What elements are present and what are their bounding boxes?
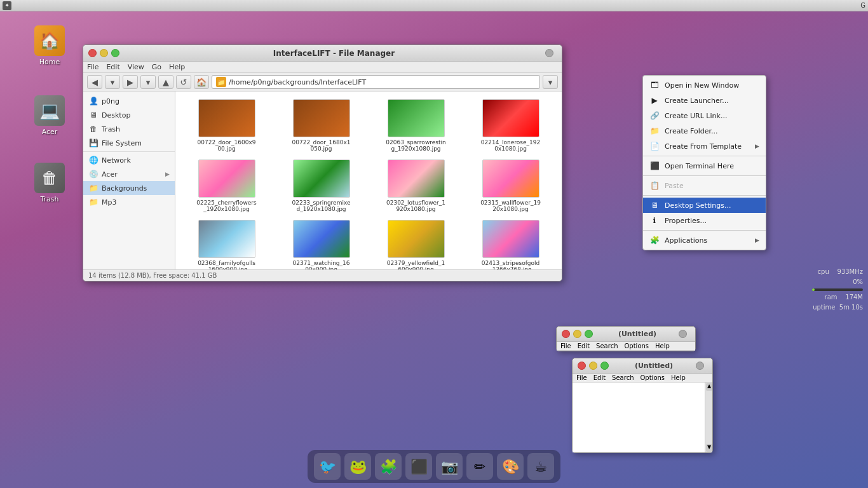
ctx-item-desktop-settings[interactable]: 🖥Desktop Settings... (643, 198, 766, 213)
forward-button[interactable]: ▶ (123, 75, 138, 89)
dropdown2-button[interactable]: ▾ (140, 75, 156, 89)
te1-min-button[interactable] (573, 330, 581, 338)
taskbar-icon-coffee[interactable]: ☕ (527, 453, 554, 480)
sidebar-item-backgrounds[interactable]: 📁 Backgrounds (83, 181, 175, 195)
te1-extra-button[interactable] (679, 330, 687, 338)
taskbar-icon-editor[interactable]: ✏️ (466, 453, 493, 480)
te1-menu-search[interactable]: Search (596, 342, 618, 349)
dropdown-button[interactable]: ▾ (105, 75, 120, 89)
minimize-button[interactable] (100, 49, 108, 57)
sidebar-item-filesystem[interactable]: 💾 File System (83, 136, 175, 150)
te1-max-button[interactable] (585, 330, 593, 338)
ctx-icon-open-terminal: ⬛ (649, 161, 660, 171)
extra-button[interactable] (545, 49, 553, 57)
ctx-item-open-terminal[interactable]: ⬛Open Terminal Here (643, 158, 766, 173)
sidebar-item-network[interactable]: 🌐 Network (83, 153, 175, 167)
file-name: 02214_lonerose_1920x1080.jpg (480, 139, 541, 152)
taskbar-icon-frog[interactable]: 🐸 (344, 453, 371, 480)
te1-menu-help[interactable]: Help (655, 342, 670, 349)
ctx-icon-create-url-link: 🔗 (649, 111, 660, 121)
maximize-button[interactable] (111, 49, 119, 57)
file-item[interactable]: 02233_springremixed_1920x1080.jpg (275, 157, 367, 215)
file-name: 02371_watching_1600x900.jpg (291, 260, 351, 269)
desktop-icon-home[interactable]: 🏠 Home (24, 25, 75, 66)
context-menu-divider (643, 156, 766, 156)
te1-menu-options[interactable]: Options (624, 342, 649, 349)
address-bar[interactable]: 📁 /home/p0ng/backgrounds/InterfaceLIFT (212, 75, 540, 89)
ctx-item-create-launcher[interactable]: ▶Create Launcher... (643, 93, 766, 108)
ctx-item-create-url-link[interactable]: 🔗Create URL Link... (643, 108, 766, 123)
sidebar-item-desktop[interactable]: 🖥 Desktop (83, 108, 175, 122)
file-item[interactable]: 02379_yellowfield_1600x900.jpg (370, 217, 462, 269)
te2-scrollbar[interactable]: ▲ ▼ (705, 383, 712, 452)
te2-extra-button[interactable] (696, 362, 704, 370)
file-item[interactable]: 00722_door_1600x900.jpg (180, 97, 273, 154)
te2-menu-edit[interactable]: Edit (593, 374, 606, 381)
file-item[interactable]: 00722_door_1680x1050.jpg (275, 97, 367, 154)
file-item[interactable]: 02302_lotusflower_1920x1080.jpg (370, 157, 462, 215)
menu-file[interactable]: File (87, 63, 98, 71)
home-nav-button[interactable]: 🏠 (194, 75, 209, 89)
te1-close-button[interactable] (562, 330, 570, 338)
ctx-item-properties[interactable]: ℹProperties... (643, 213, 766, 228)
top-bar-right: G (860, 2, 865, 9)
ctx-label-applications: Applications (665, 236, 707, 245)
close-button[interactable] (88, 49, 97, 57)
file-thumbnail (388, 159, 445, 198)
file-name: 02315_wallflower_1920x1080.jpg (480, 200, 541, 212)
file-item[interactable]: 02063_sparrowresting_1920x1080.jpg (370, 97, 462, 154)
desktop-icon-trash[interactable]: 🗑 Trash (24, 163, 75, 203)
sidebar-item-trash[interactable]: 🗑 Trash (83, 122, 175, 136)
file-item[interactable]: 02371_watching_1600x900.jpg (275, 217, 367, 269)
taskbar-icon-apps[interactable]: 🧩 (375, 453, 402, 480)
text-editor-1-titlebar: (Untitled) (557, 327, 695, 342)
te2-menu-help[interactable]: Help (671, 374, 686, 381)
file-thumbnail (198, 220, 255, 258)
sidebar-item-acer[interactable]: 💿 Acer ▶ (83, 167, 175, 181)
file-name: 00722_door_1680x1050.jpg (291, 139, 351, 152)
menu-edit[interactable]: Edit (106, 63, 119, 71)
file-item[interactable]: 02214_lonerose_1920x1080.jpg (465, 97, 557, 154)
desktop-icon2: 🖥 (88, 110, 98, 120)
context-menu: 🗔Open in New Window▶Create Launcher...🔗C… (642, 75, 766, 250)
ctx-icon-open-new-window: 🗔 (649, 80, 660, 90)
te1-menu-edit[interactable]: Edit (578, 342, 590, 349)
te2-text-area[interactable] (573, 383, 705, 452)
taskbar-icon-terminal[interactable]: ⬛ (405, 453, 432, 480)
te2-menu-search[interactable]: Search (612, 374, 634, 381)
te2-max-button[interactable] (600, 362, 609, 370)
menu-help[interactable]: Help (169, 63, 185, 71)
te1-menu-file[interactable]: File (560, 342, 571, 349)
file-item[interactable]: 02413_stripesofgold_1366x768.jpg (465, 217, 557, 269)
file-item[interactable]: 02368_familyofgulls_1600x900.jpg (180, 217, 273, 269)
ctx-item-open-new-window[interactable]: 🗔Open in New Window (643, 78, 766, 93)
te2-close-button[interactable] (578, 362, 586, 370)
file-thumbnail (198, 159, 255, 198)
te2-menu-file[interactable]: File (576, 374, 587, 381)
taskbar-icon-bird[interactable]: 🐦 (314, 453, 341, 480)
ctx-item-applications[interactable]: 🧩Applications▶ (643, 233, 766, 248)
menu-view[interactable]: View (128, 63, 144, 71)
address-dropdown[interactable]: ▾ (543, 75, 558, 89)
ctx-item-create-from-template[interactable]: 📄Create From Template▶ (643, 139, 766, 154)
back-button[interactable]: ◀ (87, 75, 102, 89)
ctx-item-create-folder[interactable]: 📁Create Folder... (643, 123, 766, 139)
taskbar-icon-color[interactable]: 🎨 (497, 453, 524, 480)
te2-menu-options[interactable]: Options (640, 374, 665, 381)
ctx-label-properties: Properties... (665, 217, 707, 225)
file-item[interactable]: 02315_wallflower_1920x1080.jpg (465, 157, 557, 215)
sidebar-item-p0ng[interactable]: 👤 p0ng (83, 94, 175, 108)
sidebar-label-filesystem: File System (102, 139, 142, 147)
file-thumbnail (198, 99, 255, 137)
file-item[interactable]: 02225_cherryflowers_1920x1080.jpg (180, 157, 273, 215)
file-manager-menubar: File Edit View Go Help (83, 62, 562, 73)
context-menu-divider (643, 195, 766, 196)
sidebar-item-mp3[interactable]: 📁 Mp3 (83, 195, 175, 209)
taskbar-icon-screenshot[interactable]: 📷 (436, 453, 463, 480)
te2-min-button[interactable] (589, 362, 597, 370)
refresh-button[interactable]: ↺ (176, 75, 191, 89)
up-button[interactable]: ▲ (158, 75, 173, 89)
desktop-icon-acer[interactable]: 💻 Acer (24, 95, 75, 136)
menu-go[interactable]: Go (152, 63, 161, 71)
network-icon: 🌐 (88, 155, 98, 165)
